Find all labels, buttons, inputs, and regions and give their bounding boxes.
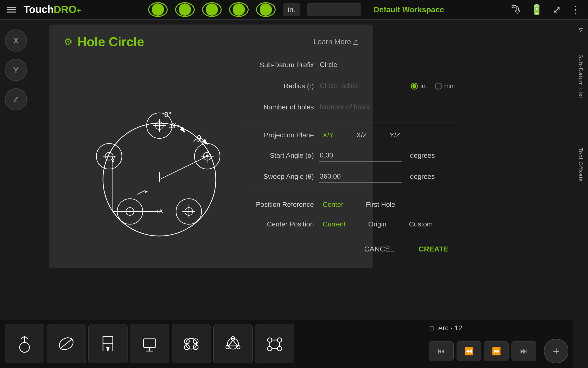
- sweep-angle-label: Sweep Angle (θ): [245, 173, 314, 181]
- sub-datum-row: Sub-Datum Prefix: [245, 59, 456, 71]
- svg-line-32: [159, 156, 207, 180]
- ref-center[interactable]: Center: [319, 199, 347, 210]
- right-panel: ▿ Sub-Datum List Tool Offsets: [573, 20, 588, 368]
- plane-yz[interactable]: Y/Z: [386, 130, 404, 141]
- top-btn-2[interactable]: [175, 2, 195, 17]
- fab-add-button[interactable]: +: [544, 339, 568, 363]
- workspace-label: Default Workspace: [373, 5, 444, 14]
- ref-first-hole[interactable]: First Hole: [362, 199, 399, 210]
- top-bar: TouchDRO+ in. Default Workspace ⮷ 🔋 ⤢ ⋮: [0, 0, 588, 20]
- center-origin[interactable]: Origin: [364, 219, 390, 230]
- top-bar-center: in. Default Workspace: [81, 2, 511, 17]
- unit-mm-option[interactable]: mm: [435, 82, 456, 90]
- radius-input[interactable]: [319, 80, 402, 92]
- svg-text:x: x: [159, 207, 163, 214]
- start-angle-row: Start Angle (α) degrees: [245, 149, 456, 162]
- svg-point-64: [277, 338, 282, 342]
- top-btn-1[interactable]: [148, 2, 168, 17]
- modal-header: ⚙ Hole Circle Learn More ↗: [64, 34, 358, 49]
- axis-x-button[interactable]: X: [5, 29, 27, 52]
- svg-marker-47: [107, 347, 109, 351]
- learn-more-link[interactable]: Learn More ↗: [314, 38, 358, 46]
- tool-btn-1[interactable]: [5, 324, 44, 363]
- menu-icon[interactable]: [7, 7, 16, 13]
- svg-line-62: [229, 340, 233, 346]
- tool-btn-7[interactable]: [255, 324, 294, 363]
- center-pos-row: Center Position Current Origin Custom: [245, 219, 456, 230]
- battery-icon: 🔋: [531, 4, 543, 15]
- modal-title: Hole Circle: [77, 34, 144, 49]
- position-ref-options: Center First Hole: [319, 199, 399, 210]
- app-logo: TouchDRO+: [24, 4, 81, 15]
- svg-line-60: [233, 340, 237, 346]
- tool-btn-4[interactable]: [130, 324, 169, 363]
- nav-prev-button[interactable]: ⏪: [457, 341, 481, 361]
- position-ref-label: Position Reference: [245, 201, 314, 209]
- unit-options: in. mm: [411, 82, 456, 90]
- nav-next-button[interactable]: ⏩: [484, 341, 509, 361]
- tool-offsets-label: Tool Offsets: [577, 148, 584, 182]
- bottom-right-area: ▢ Arc - 12 ⏮ ⏪ ⏩ ⏭ +: [429, 324, 568, 363]
- start-angle-input[interactable]: [319, 149, 402, 162]
- nav-controls: ⏮ ⏪ ⏩ ⏭ +: [429, 339, 568, 363]
- arc-label: ▢ Arc - 12: [429, 324, 568, 332]
- projection-label: Projection Plane: [245, 131, 314, 139]
- settings-icon: ⚙: [64, 36, 73, 47]
- sweep-angle-input[interactable]: [319, 171, 402, 183]
- radius-label: Radius (r): [245, 82, 314, 90]
- unit-mm-radio[interactable]: [435, 83, 442, 90]
- svg-line-34: [137, 191, 145, 194]
- unit-in-radio[interactable]: [411, 83, 418, 90]
- svg-point-65: [268, 346, 272, 351]
- form-area: Sub-Datum Prefix Radius (r) in. mm: [245, 59, 456, 256]
- svg-line-40: [25, 336, 28, 339]
- tool-btn-2[interactable]: [47, 324, 86, 363]
- unit-badge: in.: [283, 3, 300, 16]
- hole-circle-diagram: x y: [69, 74, 226, 241]
- unit-in-option[interactable]: in.: [411, 82, 428, 90]
- top-btn-3[interactable]: [202, 2, 222, 17]
- axis-z-button[interactable]: Z: [5, 88, 27, 110]
- sub-datum-input[interactable]: [319, 59, 402, 71]
- tool-btn-3[interactable]: [88, 324, 128, 363]
- num-holes-label: Number of holes: [245, 103, 314, 111]
- tool-btn-6[interactable]: [213, 324, 253, 363]
- nav-last-button[interactable]: ⏭: [511, 341, 536, 361]
- nav-first-button[interactable]: ⏮: [429, 341, 454, 361]
- filter-icon[interactable]: ▿: [578, 25, 583, 35]
- modal-body: x y: [64, 59, 358, 256]
- start-angle-unit: degrees: [410, 152, 435, 159]
- start-angle-label: Start Angle (α): [245, 152, 314, 159]
- svg-line-39: [21, 336, 25, 339]
- projection-options: X/Y X/Z Y/Z: [319, 130, 404, 141]
- screen-icon[interactable]: ⤢: [553, 4, 561, 15]
- search-box[interactable]: [307, 3, 361, 16]
- bottom-toolbar: ▢ Arc - 12 ⏮ ⏪ ⏩ ⏭ +: [0, 319, 573, 368]
- position-ref-row: Position Reference Center First Hole: [245, 199, 456, 210]
- modal-footer: CANCEL CREATE: [245, 242, 456, 256]
- top-btn-5[interactable]: [256, 2, 276, 17]
- more-dots-icon[interactable]: ⋮: [571, 4, 581, 15]
- num-holes-input[interactable]: [319, 101, 402, 113]
- divider-2: [245, 192, 456, 192]
- external-link-icon: ↗: [353, 38, 358, 45]
- axis-y-button[interactable]: Y: [5, 59, 27, 81]
- axis-buttons: X Y Z: [5, 29, 27, 110]
- bluetooth-icon[interactable]: ⮷: [511, 4, 521, 15]
- svg-text:0°: 0°: [164, 110, 171, 118]
- tool-btn-5[interactable]: [172, 324, 211, 363]
- plane-xy[interactable]: X/Y: [319, 130, 338, 141]
- svg-point-66: [277, 346, 282, 351]
- sweep-angle-unit: degrees: [410, 173, 435, 181]
- center-custom[interactable]: Custom: [405, 219, 436, 230]
- cancel-button[interactable]: CANCEL: [357, 242, 401, 256]
- top-btn-4[interactable]: [229, 2, 249, 17]
- radius-row: Radius (r) in. mm: [245, 80, 456, 92]
- sweep-angle-row: Sweep Angle (θ) degrees: [245, 171, 456, 183]
- sub-datum-list-label: Sub-Datum List: [577, 54, 584, 99]
- create-button[interactable]: CREATE: [411, 242, 456, 256]
- center-current[interactable]: Current: [319, 219, 349, 230]
- plane-xz[interactable]: X/Z: [352, 130, 371, 141]
- num-holes-row: Number of holes: [245, 101, 456, 113]
- sub-datum-label: Sub-Datum Prefix: [245, 61, 314, 69]
